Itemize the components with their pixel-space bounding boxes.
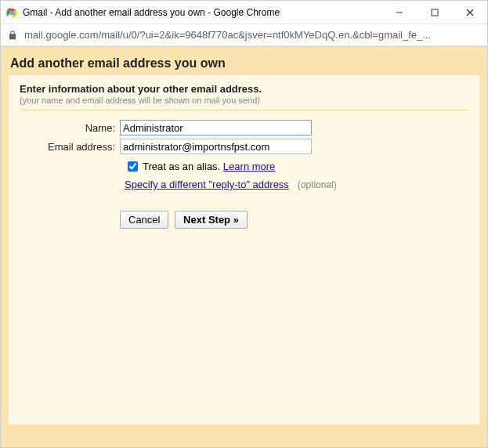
form-card: Enter information about your other email… — [9, 75, 479, 425]
name-label: Name: — [20, 122, 120, 134]
reply-to-link[interactable]: Specify a different "reply-to" address — [125, 179, 289, 190]
svg-rect-5 — [432, 9, 438, 16]
minimize-button[interactable] — [381, 1, 417, 24]
svg-point-3 — [10, 11, 13, 13]
lock-icon — [7, 30, 18, 41]
maximize-button[interactable] — [417, 1, 452, 24]
learn-more-link[interactable]: Learn more — [223, 161, 275, 172]
window-title: Gmail - Add another email address you ow… — [23, 7, 381, 18]
address-bar[interactable]: mail.google.com/mail/u/0/?ui=2&ik=9648f7… — [1, 24, 487, 46]
window-titlebar: Gmail - Add another email address you ow… — [1, 1, 487, 24]
cancel-button[interactable]: Cancel — [120, 211, 168, 229]
next-step-button[interactable]: Next Step » — [175, 211, 248, 229]
intro-heading: Enter information about your other email… — [20, 83, 468, 95]
page-body: Add another email address you own Enter … — [1, 46, 487, 447]
window-buttons — [381, 1, 487, 24]
email-label: Email address: — [20, 141, 120, 153]
alias-label: Treat as an alias. — [143, 161, 220, 172]
email-input[interactable] — [120, 139, 312, 154]
chrome-icon — [5, 6, 18, 19]
close-button[interactable] — [452, 1, 487, 24]
name-input[interactable] — [120, 120, 312, 135]
url-text: mail.google.com/mail/u/0/?ui=2&ik=9648f7… — [24, 29, 481, 41]
alias-checkbox[interactable] — [128, 161, 138, 172]
page-title: Add another email address you own — [9, 53, 479, 75]
divider — [20, 110, 468, 110]
intro-subtext: (your name and email address will be sho… — [20, 96, 468, 105]
optional-text: (optional) — [298, 179, 337, 190]
